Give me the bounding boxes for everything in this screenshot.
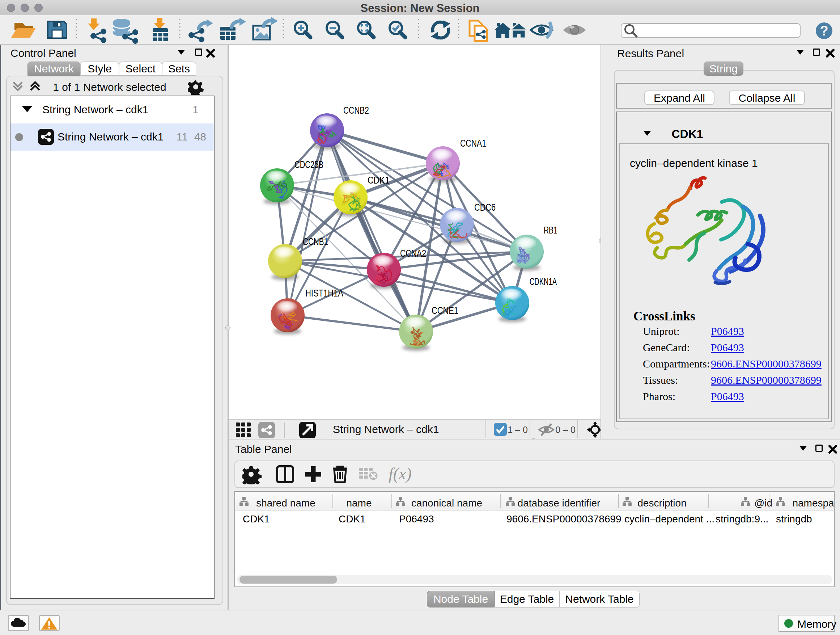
- svg-text:CCNB1: CCNB1: [303, 236, 328, 247]
- svg-text:CCNA1: CCNA1: [460, 138, 486, 149]
- svg-text:HIST1H1A: HIST1H1A: [305, 288, 343, 299]
- svg-text:CCNE1: CCNE1: [431, 305, 458, 316]
- svg-text:f(x): f(x): [388, 464, 412, 483]
- svg-text:CCNA2: CCNA2: [400, 248, 426, 259]
- svg-text:CDC25B: CDC25B: [294, 159, 324, 170]
- svg-text:CDKN1A: CDKN1A: [530, 276, 557, 287]
- svg-text:CDK1: CDK1: [368, 175, 390, 186]
- svg-text:?: ?: [820, 23, 828, 38]
- svg-text:CCNB2: CCNB2: [343, 105, 369, 116]
- svg-text:RB1: RB1: [544, 225, 557, 236]
- svg-text:CDC6: CDC6: [474, 202, 496, 213]
